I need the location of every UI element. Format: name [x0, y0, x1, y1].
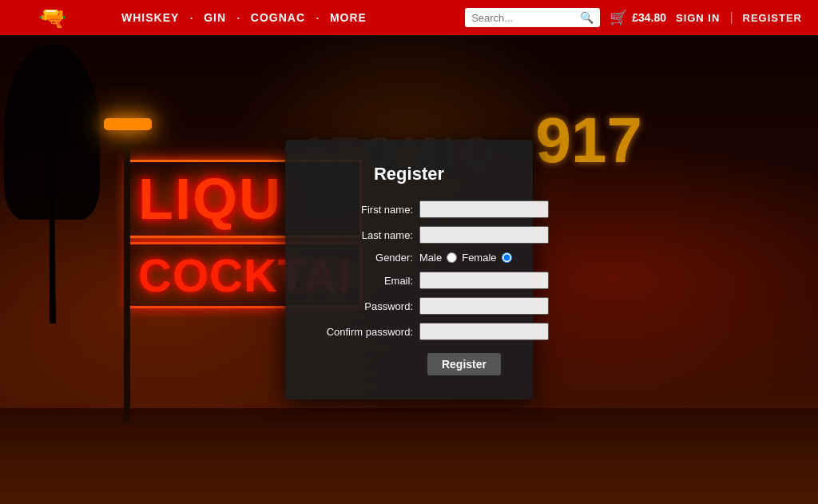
gender-female-radio[interactable]: [502, 252, 512, 263]
register-nav-button[interactable]: REGISTER: [743, 12, 802, 24]
gender-group: Male Female: [419, 252, 512, 264]
first-name-input[interactable]: [419, 200, 549, 218]
modal-overlay: Register First name: Last name: Gender: …: [0, 35, 818, 504]
email-input[interactable]: [419, 272, 549, 289]
logo-gun-icon: 🔫: [38, 5, 66, 31]
confirm-password-row: Confirm password:: [317, 323, 501, 340]
last-name-row: Last name:: [317, 226, 501, 244]
last-name-label: Last name:: [317, 229, 413, 241]
nav-dot-1: •: [190, 14, 193, 22]
last-name-input[interactable]: [419, 226, 549, 244]
cart-amount: £34.80: [632, 11, 666, 24]
gender-male-radio[interactable]: [447, 252, 457, 263]
nav-links: WHISKEY • GIN • COGNAC • MORE: [104, 0, 384, 35]
nav-more[interactable]: MORE: [320, 0, 376, 35]
search-input[interactable]: [471, 12, 575, 24]
email-label: Email:: [317, 275, 413, 287]
gender-female-label: Female: [462, 252, 496, 264]
search-icon: 🔍: [580, 11, 594, 24]
email-row: Email:: [317, 272, 501, 289]
nav-cognac[interactable]: COGNAC: [241, 0, 315, 35]
nav-whiskey[interactable]: WHISKEY: [112, 0, 189, 35]
gender-label: Gender:: [317, 252, 413, 264]
modal-title: Register: [317, 164, 501, 185]
nav-gin[interactable]: GIN: [194, 0, 236, 35]
nav-right: 🔍 🛒 £34.80 SIGN IN | REGISTER: [465, 8, 818, 27]
confirm-password-input[interactable]: [419, 323, 549, 340]
nav-separator: |: [729, 10, 733, 25]
password-row: Password:: [317, 297, 501, 315]
confirm-password-label: Confirm password:: [317, 326, 413, 338]
cart-icon: 🛒: [610, 9, 627, 26]
register-submit-button[interactable]: Register: [427, 353, 501, 375]
register-modal: Register First name: Last name: Gender: …: [285, 140, 533, 399]
nav-dot-3: •: [316, 14, 319, 22]
sign-in-button[interactable]: SIGN IN: [676, 12, 720, 24]
navbar: 🔫 WHISKEY • GIN • COGNAC • MORE 🔍 🛒 £34.…: [0, 0, 818, 35]
first-name-label: First name:: [317, 204, 413, 216]
password-label: Password:: [317, 300, 413, 312]
cart-button[interactable]: 🛒 £34.80: [610, 9, 666, 26]
nav-dot-2: •: [237, 14, 240, 22]
logo[interactable]: 🔫: [0, 0, 104, 35]
password-input[interactable]: [419, 297, 549, 315]
gender-male-label: Male: [419, 252, 442, 264]
search-box[interactable]: 🔍: [465, 8, 600, 27]
gender-row: Gender: Male Female: [317, 252, 501, 264]
first-name-row: First name:: [317, 200, 501, 218]
